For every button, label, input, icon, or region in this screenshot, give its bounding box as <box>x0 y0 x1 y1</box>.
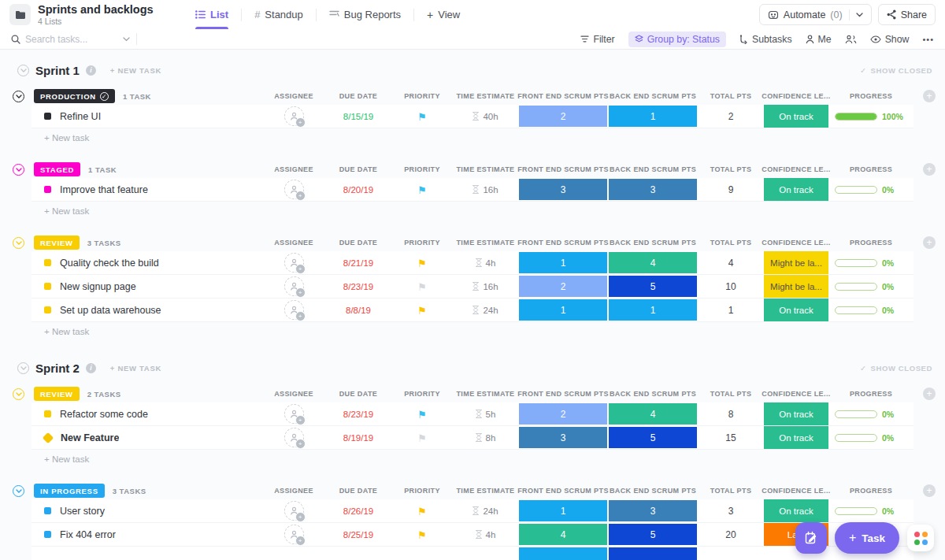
col-priority[interactable]: PRIORITY <box>391 165 453 173</box>
task-name[interactable]: New Feature <box>61 432 119 443</box>
col-progress[interactable]: PROGRESS <box>828 390 914 398</box>
status-pill[interactable]: STAGED <box>34 162 80 176</box>
front-end-pts-cell[interactable]: 2 <box>519 403 607 425</box>
apps-grid-button[interactable] <box>907 525 934 551</box>
due-date[interactable]: 8/15/19 <box>325 112 391 121</box>
back-end-pts-cell[interactable]: 5 <box>609 276 697 297</box>
due-date[interactable]: 8/19/19 <box>325 433 391 443</box>
info-icon[interactable]: i <box>86 65 96 76</box>
collapse-group-icon[interactable] <box>13 91 24 102</box>
add-task-button[interactable]: + Task <box>835 522 899 554</box>
assign-user-button[interactable] <box>284 404 304 424</box>
col-total-pts[interactable]: TOTAL PTS <box>698 390 764 398</box>
due-date[interactable]: 8/26/19 <box>325 506 391 516</box>
priority-flag-icon[interactable]: ⚑ <box>417 111 427 123</box>
task-row[interactable]: New Feature 8/19/19 ⚑ 8h 3 5 15 On track… <box>32 426 914 450</box>
task-status-icon[interactable] <box>44 186 51 193</box>
new-task-button[interactable]: + NEW TASK <box>110 364 161 373</box>
due-date[interactable]: 8/25/19 <box>325 530 391 540</box>
assignees-button[interactable] <box>845 35 857 44</box>
new-task-link[interactable]: + New task <box>32 128 945 147</box>
back-end-pts-cell[interactable]: 3 <box>609 179 697 200</box>
col-assignee[interactable]: ASSIGNEE <box>262 390 325 398</box>
status-pill[interactable]: REVIEW <box>34 387 80 401</box>
info-icon[interactable]: i <box>86 363 96 373</box>
time-estimate[interactable]: 5h <box>453 410 518 419</box>
front-end-pts-cell[interactable]: 1 <box>519 299 607 321</box>
confidence-level-cell[interactable]: On track <box>764 402 828 425</box>
col-back-end-pts[interactable]: BACK END SCRUM PTS <box>608 385 698 402</box>
confidence-level-cell[interactable]: On track <box>764 499 828 522</box>
priority-flag-icon[interactable]: ⚑ <box>417 506 427 517</box>
assign-user-button[interactable] <box>284 525 304 544</box>
task-name[interactable]: Improve that feature <box>60 184 148 195</box>
col-confidence[interactable]: CONFIDENCE LE... <box>764 161 828 178</box>
task-status-icon[interactable] <box>43 432 54 443</box>
front-end-pts-cell[interactable]: 4 <box>519 524 607 545</box>
tab-standup[interactable]: # Standup <box>245 0 313 29</box>
task-row[interactable]: User story 8/26/19 ⚑ 24h 1 3 3 On track … <box>32 499 914 523</box>
back-end-pts-cell[interactable]: 3 <box>609 500 697 521</box>
front-end-pts-cell[interactable]: 3 <box>519 179 607 200</box>
task-name[interactable]: Refine UI <box>60 111 101 122</box>
col-due-date[interactable]: DUE DATE <box>325 487 391 495</box>
col-progress[interactable]: PROGRESS <box>828 92 914 100</box>
col-back-end-pts[interactable]: BACK END SCRUM PTS <box>608 234 698 251</box>
time-estimate[interactable]: 4h <box>453 530 518 540</box>
col-assignee[interactable]: ASSIGNEE <box>262 487 325 495</box>
task-status-icon[interactable] <box>44 507 51 514</box>
col-priority[interactable]: PRIORITY <box>391 239 453 247</box>
automate-button[interactable]: Automate (0) <box>759 4 872 25</box>
confidence-level-cell[interactable]: On track <box>764 426 828 449</box>
col-confidence[interactable]: CONFIDENCE LE... <box>764 234 828 251</box>
col-priority[interactable]: PRIORITY <box>391 487 453 495</box>
new-task-button[interactable]: + NEW TASK <box>110 66 161 75</box>
confidence-level-cell[interactable]: On track <box>764 299 828 321</box>
front-end-pts-cell[interactable]: 3 <box>519 427 607 448</box>
status-pill[interactable]: REVIEW <box>34 235 80 250</box>
col-back-end-pts[interactable]: BACK END SCRUM PTS <box>608 161 698 178</box>
task-name[interactable]: Quality check the build <box>60 258 159 269</box>
collapse-group-icon[interactable] <box>13 388 24 400</box>
assign-user-button[interactable] <box>284 300 304 320</box>
task-status-icon[interactable] <box>44 259 51 266</box>
task-name[interactable]: Refactor some code <box>60 409 148 420</box>
task-name[interactable]: New signup page <box>60 281 136 292</box>
task-row[interactable]: New signup page 8/23/19 ⚑ 16h 2 5 10 Mig… <box>32 275 914 299</box>
add-column-button[interactable]: + <box>923 388 936 400</box>
group-by-button[interactable]: Group by: Status <box>628 32 726 47</box>
task-row[interactable]: Refactor some code 8/23/19 ⚑ 5h 2 4 8 On… <box>32 402 914 426</box>
show-closed-button[interactable]: ✓ SHOW CLOSED <box>860 66 932 75</box>
col-due-date[interactable]: DUE DATE <box>325 92 391 100</box>
priority-flag-icon[interactable]: ⚑ <box>417 432 427 444</box>
assign-user-button[interactable] <box>284 276 304 296</box>
back-end-pts-cell[interactable]: 1 <box>609 106 697 127</box>
priority-flag-icon[interactable]: ⚑ <box>417 184 427 196</box>
back-end-pts-cell[interactable]: 5 <box>609 427 697 448</box>
col-time-estimate[interactable]: TIME ESTIMATE <box>453 390 518 398</box>
col-back-end-pts[interactable]: BACK END SCRUM PTS <box>608 482 698 499</box>
task-status-icon[interactable] <box>44 531 51 538</box>
col-assignee[interactable]: ASSIGNEE <box>262 92 325 100</box>
col-progress[interactable]: PROGRESS <box>828 165 914 173</box>
time-estimate[interactable]: 16h <box>453 185 518 195</box>
tab-bug-reports[interactable]: Bug Reports <box>320 0 410 29</box>
collapse-sprint-icon[interactable] <box>17 65 29 76</box>
assign-user-button[interactable] <box>284 180 304 199</box>
task-status-icon[interactable] <box>44 306 51 313</box>
show-closed-button[interactable]: ✓ SHOW CLOSED <box>860 364 932 373</box>
col-confidence[interactable]: CONFIDENCE LE... <box>764 87 828 105</box>
col-time-estimate[interactable]: TIME ESTIMATE <box>453 487 518 495</box>
confidence-level-cell[interactable]: On track <box>764 105 828 128</box>
status-pill[interactable]: IN PROGRESS <box>34 484 105 498</box>
task-status-icon[interactable] <box>44 113 51 120</box>
confidence-level-cell[interactable]: On track <box>764 178 828 201</box>
add-column-button[interactable]: + <box>923 163 936 176</box>
front-end-pts-cell[interactable]: 1 <box>519 500 607 521</box>
task-row[interactable]: Quality check the build 8/21/19 ⚑ 4h 1 4… <box>32 251 914 275</box>
tab-add-view[interactable]: + View <box>417 0 469 29</box>
assign-user-button[interactable] <box>284 106 304 126</box>
time-estimate[interactable]: 8h <box>453 433 518 443</box>
back-end-pts-cell[interactable]: 5 <box>609 524 697 545</box>
task-row[interactable]: Fix 404 error 8/25/19 ⚑ 4h 4 5 20 Late 0… <box>32 523 914 547</box>
